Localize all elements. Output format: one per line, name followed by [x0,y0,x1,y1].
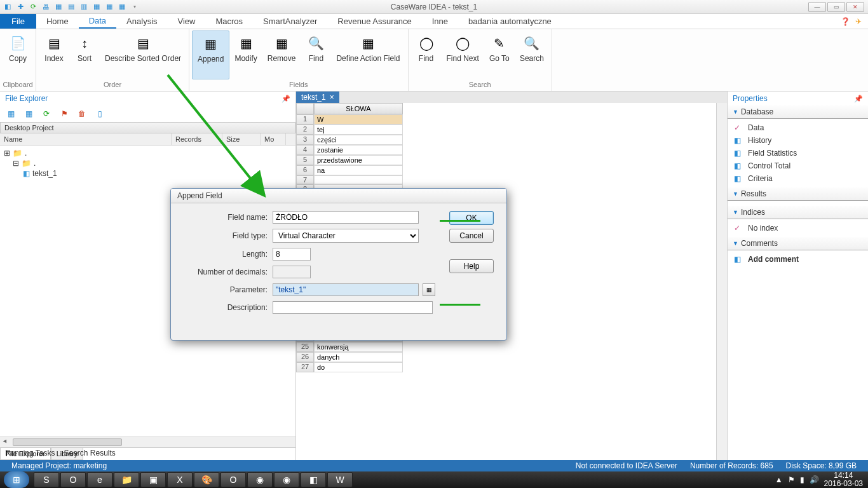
ok-button[interactable]: OK [449,211,494,225]
qat-icon[interactable]: ▦ [53,2,64,12]
tree-file[interactable]: ◧tekst_1 [4,168,292,179]
cell[interactable]: zostanie [314,145,403,155]
running-tasks-link[interactable]: Running Tasks [5,449,55,458]
minimize-button[interactable]: — [808,2,826,12]
col-records[interactable]: Records [172,133,222,145]
qat-icon[interactable]: ▥ [79,2,89,12]
tray-network-icon[interactable]: ▮ [800,475,804,484]
section-database[interactable]: ▼Database [728,105,868,119]
add-icon[interactable]: ▦ [23,108,34,119]
table-row[interactable]: 4zostanie [296,145,727,155]
cell[interactable]: danych [314,352,403,362]
length-input[interactable] [273,248,311,261]
append-button[interactable]: ▦Append [192,30,229,79]
prop-criteria[interactable]: ◧Criteria [728,172,868,185]
table-row[interactable]: 5przedstawione [296,155,727,165]
document-tab[interactable]: tekst_1× [296,92,339,103]
search-results-link[interactable]: Search Results [64,449,116,458]
qat-dropdown-icon[interactable]: ▾ [130,2,140,12]
find-button[interactable]: 🔍Find [301,30,331,79]
qat-icon[interactable]: ✚ [15,2,25,12]
tray-up-icon[interactable]: ▲ [775,475,783,484]
col-size[interactable]: Size [222,133,261,145]
cell[interactable]: tej [314,125,403,135]
table-row[interactable]: 2tej [296,125,727,135]
taskbar-skype[interactable]: S [34,472,59,487]
taskbar-ie[interactable]: e [87,472,112,487]
prop-history[interactable]: ◧History [728,134,868,147]
col-name[interactable]: Name [0,133,172,145]
cell[interactable]: części [314,135,403,145]
taskbar-word[interactable]: W [327,472,353,487]
tree-folder[interactable]: ⊞📁. [4,148,292,158]
section-comments[interactable]: ▼Comments [728,237,868,250]
table-row[interactable]: 26danych [296,352,727,362]
taskbar-app[interactable]: ▣ [140,472,166,487]
section-results[interactable]: ▼Results [728,187,868,201]
section-indices[interactable]: ▼Indices [728,206,868,219]
tab-macros[interactable]: Macros [205,14,253,29]
taskbar-app[interactable]: ◉ [274,472,299,487]
expression-builder-button[interactable]: ▦ [423,283,435,296]
qat-icon[interactable]: ▦ [104,2,114,12]
parameter-input[interactable] [273,283,419,296]
cell[interactable]: na [314,165,403,175]
tab-view[interactable]: View [168,14,206,29]
sort-button[interactable]: ↕Sort [69,30,100,79]
cell[interactable] [314,175,403,184]
cell[interactable]: do [314,362,403,372]
description-input[interactable] [273,301,433,314]
new-db-icon[interactable]: ▦ [5,108,17,119]
table-row[interactable]: 27do [296,362,727,372]
cell[interactable]: przedstawione [314,155,403,165]
modify-button[interactable]: ▦Modify [229,30,262,79]
tab-smartanalyzer[interactable]: SmartAnalyzer [253,14,327,29]
tray-volume-icon[interactable]: 🔊 [810,475,819,484]
delete-icon[interactable]: 🗑 [76,108,88,119]
table-row[interactable]: 6na [296,165,727,175]
close-tab-icon[interactable]: × [330,93,334,102]
qat-icon[interactable]: ▤ [66,2,76,12]
tab-file[interactable]: File [0,14,36,29]
taskbar-explorer[interactable]: 📁 [114,472,139,487]
cancel-button[interactable]: Cancel [449,229,494,243]
tab-analysis[interactable]: Analysis [116,14,167,29]
refresh-icon[interactable]: ⟳ [41,108,52,119]
tab-badania[interactable]: badania automatyczne [458,14,562,29]
help-icon[interactable]: ❓ [841,17,850,26]
vertical-scrollbar[interactable] [716,103,727,460]
fieldtype-select[interactable]: Virtual Character [273,229,419,243]
clock-date[interactable]: 2016-03-03 [824,480,863,488]
qat-print-icon[interactable]: 🖶 [41,2,51,12]
taskbar-chrome[interactable]: ◉ [247,472,273,487]
close-button[interactable]: ✕ [846,2,864,12]
taskbar-opera[interactable]: O [220,472,246,487]
index-button[interactable]: ▤Index [39,30,69,79]
taskbar-outlook[interactable]: O [60,472,86,487]
remove-button[interactable]: ▦Remove [262,30,301,79]
search-button[interactable]: 🔍Search [515,30,549,79]
qat-icon[interactable]: ▦ [117,2,127,12]
start-button[interactable]: ⊞ [4,471,29,488]
tab-home[interactable]: Home [36,14,79,29]
prop-fieldstats[interactable]: ◧Field Statistics [728,147,868,159]
goto-button[interactable]: ✎Go To [484,30,515,79]
column-header[interactable]: SŁOWA [314,103,403,114]
tablet-icon[interactable]: ▯ [94,108,105,119]
tab-revenue[interactable]: Revenue Assurance [327,14,421,29]
plane-icon[interactable]: ✈ [855,17,862,26]
taskbar-idea[interactable]: ◧ [301,472,326,487]
search-find-button[interactable]: ◯Find [411,30,442,79]
cell[interactable]: konwersją [314,342,403,352]
help-button[interactable]: Help [449,259,494,273]
table-row[interactable]: 7 [296,175,727,184]
prop-noindex[interactable]: ✓No index [728,222,868,234]
taskbar-paint[interactable]: 🎨 [194,472,219,487]
copy-button[interactable]: 📄Copy [3,30,33,79]
taskbar-excel[interactable]: X [167,472,193,487]
qat-icon[interactable]: ▦ [92,2,102,12]
prop-control[interactable]: ◧Control Total [728,159,868,172]
pin-icon[interactable]: 📌 [854,95,863,103]
tray-flag-icon[interactable]: ⚑ [788,475,795,484]
table-row[interactable]: 1W [296,114,727,125]
